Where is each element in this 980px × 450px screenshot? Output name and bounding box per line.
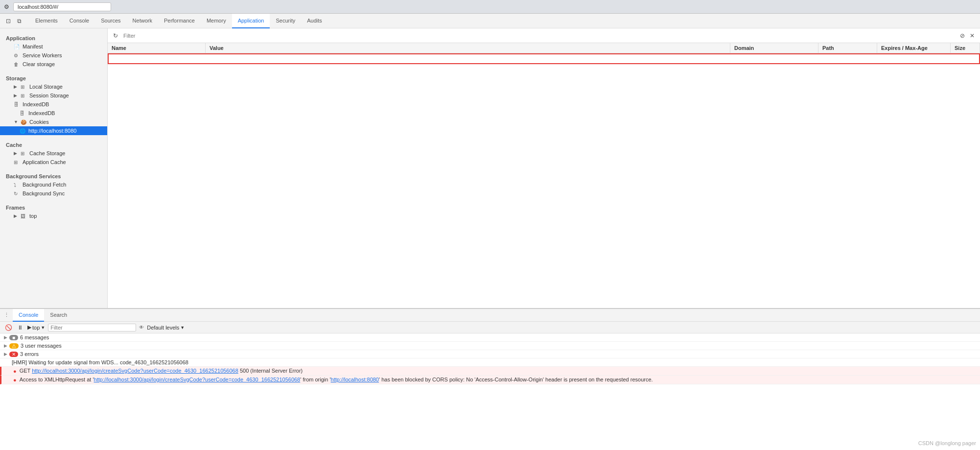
sidebar-section-background: Background Services [0, 170, 107, 180]
app-cache-icon: ⊞ [14, 160, 21, 165]
filter-bar: ↻ ⊘ ✕ [108, 28, 980, 43]
sidebar-item-indexeddb[interactable]: 🗄 IndexedDB [0, 100, 107, 109]
globe-icon: 🌐 [20, 128, 26, 134]
expand-arrow-frames: ▶ [14, 213, 19, 218]
levels-dropdown-arrow: ▼ [180, 325, 185, 330]
sidebar: Application 📄 Manifest ⚙ Service Workers… [0, 28, 108, 308]
badge-all: ■ [9, 335, 18, 340]
tab-security[interactable]: Security [270, 14, 301, 28]
browser-icon: ⚙ [4, 3, 9, 10]
new-row-domain[interactable] [729, 54, 817, 63]
sidebar-section-cache: Cache [0, 139, 107, 149]
sidebar-item-manifest[interactable]: 📄 Manifest [0, 42, 107, 51]
context-dropdown-arrow: ▼ [41, 325, 45, 330]
col-header-expires: Expires / Max-Age [877, 43, 951, 53]
bottom-panel: ⋮ Console Search 🚫 ⏸ ▶ top ▼ 👁 Default l… [0, 308, 980, 450]
error-icon-1: ● [13, 368, 17, 374]
tab-memory[interactable]: Memory [201, 14, 232, 28]
bottom-tab-console[interactable]: Console [13, 309, 44, 322]
sidebar-section-storage: Storage [0, 72, 107, 82]
filter-clear-button[interactable]: ⊘ [958, 32, 966, 40]
tab-network[interactable]: Network [127, 14, 158, 28]
bottom-tab-search[interactable]: Search [44, 309, 73, 322]
clear-console-icon[interactable]: 🚫 [4, 323, 13, 332]
content-panel: ↻ ⊘ ✕ Name Value Domain Path Expires / M… [108, 28, 980, 308]
console-message-error1: ● GET http://localhost:3000/api/login/cr… [0, 367, 980, 376]
sidebar-item-bg-sync[interactable]: ↻ Background Sync [0, 189, 107, 198]
col-header-domain: Domain [730, 43, 818, 53]
console-group-errors[interactable]: ▶ ✕ 3 errors [0, 350, 980, 358]
console-group-user[interactable]: ▶ ⚠ 3 user messages [0, 342, 980, 350]
error-link-1[interactable]: http://localhost:3000/api/login/createSv… [32, 368, 238, 374]
tab-performance[interactable]: Performance [158, 14, 201, 28]
device-toolbar-icon[interactable]: ⧉ [15, 17, 23, 25]
group-label-all: 6 messages [20, 334, 49, 340]
table-row-new[interactable] [108, 53, 980, 64]
service-workers-icon: ⚙ [14, 53, 21, 58]
bg-fetch-icon: ⤵ [14, 182, 21, 188]
inspect-element-icon[interactable]: ⊡ [4, 17, 13, 25]
tab-elements[interactable]: Elements [29, 14, 64, 28]
table-body [108, 53, 980, 308]
devtools-tab-bar: ⊡ ⧉ Elements Console Sources Network Per… [0, 14, 980, 28]
pause-on-exception-icon[interactable]: ⏸ [16, 323, 24, 332]
watermark: CSDN @longlong pager [918, 440, 976, 446]
indexeddb-sub-icon: 🗄 [20, 111, 26, 116]
sidebar-item-cache-storage[interactable]: ▶ ⊞ Cache Storage [0, 149, 107, 158]
expand-arrow-cookies: ▼ [14, 119, 19, 124]
frame-icon: 🖼 [21, 213, 27, 219]
new-row-value[interactable] [207, 54, 729, 63]
hmr-text: [HMR] Waiting for update signal from WDS… [12, 359, 976, 365]
tab-application[interactable]: Application [232, 14, 270, 28]
filter-input[interactable] [121, 32, 957, 40]
bg-sync-icon: ↻ [14, 191, 21, 196]
sidebar-label-manifest: Manifest [23, 44, 43, 49]
sidebar-item-local-storage[interactable]: ▶ ⊞ Local Storage [0, 82, 107, 91]
cookies-table: Name Value Domain Path Expires / Max-Age… [108, 43, 980, 308]
sidebar-label-indexeddb: IndexedDB [23, 101, 49, 107]
tab-sources[interactable]: Sources [95, 14, 126, 28]
new-row-size[interactable] [950, 54, 979, 63]
sidebar-item-app-cache[interactable]: ⊞ Application Cache [0, 158, 107, 166]
sidebar-item-bg-fetch[interactable]: ⤵ Background Fetch [0, 180, 107, 189]
console-messages: ▶ ■ 6 messages ▶ ⚠ 3 user messages ▶ ✕ 3… [0, 333, 980, 450]
filter-refresh-button[interactable]: ↻ [112, 32, 119, 40]
expand-arrow-local: ▶ [14, 84, 19, 89]
new-row-expires[interactable] [876, 54, 950, 63]
console-toolbar: 🚫 ⏸ ▶ top ▼ 👁 Default levels ▼ [0, 322, 980, 333]
sidebar-item-indexeddb-sub[interactable]: 🗄 IndexedDB [0, 109, 107, 118]
default-levels-label: Default levels [147, 325, 179, 331]
sidebar-item-session-storage[interactable]: ▶ ⊞ Session Storage [0, 91, 107, 100]
error-link-3[interactable]: http://localhost:8080 [331, 377, 379, 382]
new-row-path[interactable] [817, 54, 876, 63]
group-label-user: 3 user messages [21, 343, 62, 349]
console-filter-input[interactable] [48, 324, 136, 332]
error-link-2[interactable]: http://localhost:3000/api/login/createSv… [94, 377, 301, 382]
sidebar-item-clear-storage[interactable]: 🗑 Clear storage [0, 60, 107, 69]
sidebar-item-frames-top[interactable]: ▶ 🖼 top [0, 212, 107, 220]
group-expand-arrow-errors: ▶ [4, 352, 7, 356]
indexeddb-icon: 🗄 [14, 102, 21, 107]
browser-url-input[interactable] [13, 2, 111, 11]
sidebar-item-cookies[interactable]: ▼ 🍪 Cookies [0, 118, 107, 126]
clear-storage-icon: 🗑 [14, 62, 21, 67]
sidebar-label-cookies: Cookies [29, 119, 49, 125]
bottom-tab-icons: ⋮ [2, 311, 11, 320]
sidebar-item-service-workers[interactable]: ⚙ Service Workers [0, 51, 107, 60]
sidebar-section-frames: Frames [0, 202, 107, 212]
sidebar-item-cookies-localhost[interactable]: 🌐 http://localhost:8080 [0, 126, 107, 135]
sidebar-label-local-storage: Local Storage [29, 84, 63, 90]
tab-console[interactable]: Console [64, 14, 95, 28]
tab-audits[interactable]: Audits [301, 14, 328, 28]
console-group-all[interactable]: ▶ ■ 6 messages [0, 333, 980, 342]
bottom-menu-icon[interactable]: ⋮ [2, 311, 11, 320]
sidebar-label-service-workers: Service Workers [23, 52, 62, 58]
filter-close-button[interactable]: ✕ [968, 32, 976, 40]
bottom-tab-bar: ⋮ Console Search [0, 309, 980, 322]
new-row-name[interactable] [109, 54, 207, 63]
error-text-2: Access to XMLHttpRequest at 'http://loca… [20, 377, 976, 382]
context-selector[interactable]: ▶ top ▼ [27, 324, 45, 331]
context-arrow: ▶ [27, 324, 31, 331]
browser-bar: ⚙ [0, 0, 980, 14]
console-level-selector[interactable]: Default levels ▼ [147, 325, 185, 331]
